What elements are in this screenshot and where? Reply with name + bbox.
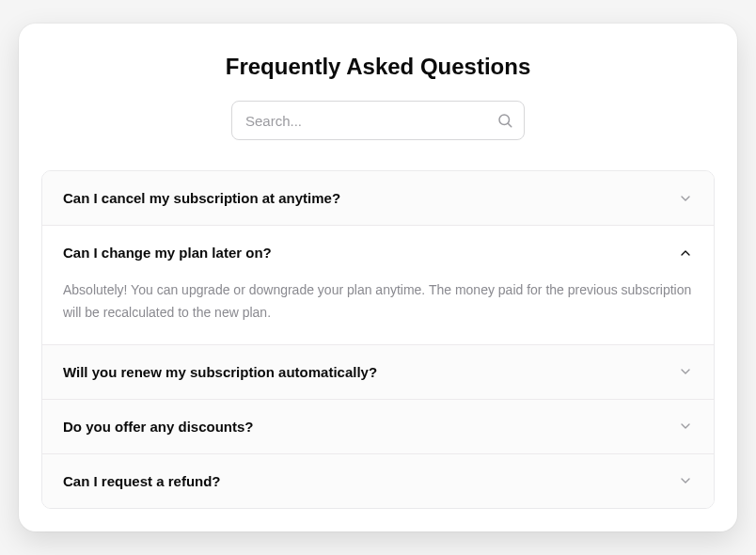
faq-item-discounts: Do you offer any discounts? (42, 400, 714, 454)
faq-header-discounts[interactable]: Do you offer any discounts? (42, 400, 714, 453)
svg-line-1 (508, 124, 511, 127)
faq-question: Do you offer any discounts? (63, 419, 254, 435)
faq-question: Can I cancel my subscription at anytime? (63, 190, 340, 206)
search-container (231, 101, 525, 140)
faq-item-cancel: Can I cancel my subscription at anytime? (42, 171, 714, 226)
search-input[interactable] (231, 101, 525, 140)
chevron-down-icon (678, 473, 693, 488)
faq-item-refund: Can I request a refund? (42, 454, 714, 508)
faq-card: Frequently Asked Questions Can I cancel … (19, 24, 737, 531)
page-title: Frequently Asked Questions (41, 54, 715, 80)
chevron-up-icon (678, 246, 693, 261)
chevron-down-icon (678, 364, 693, 379)
faq-header-renew[interactable]: Will you renew my subscription automatic… (42, 345, 714, 399)
faq-question: Can I change my plan later on? (63, 245, 272, 261)
faq-question: Can I request a refund? (63, 473, 221, 489)
search-icon (496, 112, 513, 129)
faq-accordion: Can I cancel my subscription at anytime?… (41, 170, 715, 508)
faq-header-refund[interactable]: Can I request a refund? (42, 454, 714, 508)
svg-point-0 (499, 115, 510, 125)
faq-item-renew: Will you renew my subscription automatic… (42, 345, 714, 400)
chevron-down-icon (678, 419, 693, 434)
faq-header-change-plan[interactable]: Can I change my plan later on? (42, 226, 714, 279)
faq-header-cancel[interactable]: Can I cancel my subscription at anytime? (42, 171, 714, 225)
search-wrap (41, 101, 715, 140)
faq-answer: Absolutely! You can upgrade or downgrade… (42, 279, 714, 343)
chevron-down-icon (678, 191, 693, 206)
faq-question: Will you renew my subscription automatic… (63, 364, 377, 380)
faq-item-change-plan: Can I change my plan later on? Absolutel… (42, 226, 714, 344)
